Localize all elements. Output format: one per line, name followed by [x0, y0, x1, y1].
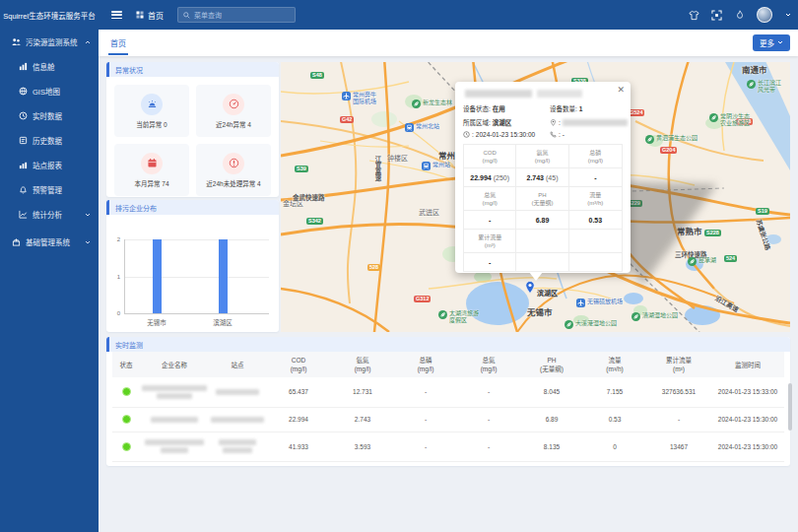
history-icon	[19, 136, 28, 145]
search-input[interactable]: 菜单查询	[177, 7, 296, 23]
map-poi-label: 太湖湾旅游度假区	[438, 310, 479, 323]
redacted-station	[216, 389, 259, 395]
map-shield-label: S342	[306, 218, 323, 225]
device-info-popup: ✕ 设备状态: 在用 设备数量: 1 所属区域: 滨湖区 : :2024-01-…	[455, 82, 631, 273]
sidebar-item-info[interactable]: 信息舱	[0, 54, 99, 79]
table-row[interactable]: 41.933 3.593 - - 8.135 0 13467 2024-01-2…	[112, 432, 784, 461]
hamburger-menu-icon[interactable]	[111, 11, 122, 19]
close-icon[interactable]: ✕	[617, 85, 625, 95]
map-shield-label: 524	[724, 255, 737, 262]
map-shield-label: S48	[310, 72, 324, 79]
col-totalflow: 累计流量(m³)	[646, 352, 711, 377]
stat-card-month[interactable]: 本月异常 74	[114, 144, 189, 196]
train-icon	[422, 162, 431, 170]
x-category: 滨湖区	[203, 317, 242, 327]
map-roadlabel-label: 金武快速路	[293, 192, 325, 202]
topbar: 首页 菜单查询	[99, 0, 798, 30]
clock-icon	[463, 131, 470, 138]
user-avatar[interactable]	[757, 7, 772, 23]
col-station: 站点	[209, 352, 266, 377]
fullscreen-icon[interactable]	[711, 10, 722, 21]
chevron-down-icon	[85, 210, 91, 219]
col-cod: COD(mg/l)	[266, 352, 331, 377]
sidebar-item-label: 预警管理	[33, 184, 62, 195]
leaf-icon	[747, 80, 756, 89]
report-icon	[19, 161, 28, 169]
realtime-monitor-panel: 实时监测 状态 企业名称 站点 COD(mg/l) 氨氮(mg/l) 总磷(mg…	[106, 337, 790, 466]
table-scrollbar[interactable]	[788, 383, 792, 431]
abnormal-status-panel: 异常状况 当前异常 0 近24h异常 4 本月异常 74 近24h未处理异常 4	[106, 62, 279, 197]
sidebar-item-warning[interactable]: 预警管理	[0, 177, 99, 202]
sidebar-section-base[interactable]: 基础管理系统	[0, 230, 99, 254]
sidebar-item-gis[interactable]: GIS地图	[0, 79, 99, 103]
panel-title: 实时监测	[115, 340, 143, 350]
sidebar-item-label: GIS地图	[33, 86, 60, 97]
panel-header: 实时监测	[106, 337, 790, 352]
device-phone: -	[563, 131, 565, 138]
map-shield-label: 528	[367, 264, 380, 271]
tab-label: 首页	[110, 37, 126, 48]
search-icon	[183, 12, 190, 19]
sidebar-item-realtime[interactable]: 实时数据	[0, 103, 99, 128]
brand-logo: Squirrel生态环境云服务平台	[0, 0, 99, 30]
sidebar-item-report[interactable]: 站点报表	[0, 153, 99, 177]
map-poi-label: 长江滨江风光带	[747, 80, 781, 93]
panel-header: 异常状况	[106, 62, 279, 77]
tabbar: 首页 更多	[99, 30, 798, 56]
map-shield-label: S228	[704, 230, 721, 236]
leaf-icon	[438, 310, 447, 319]
redacted-company	[151, 417, 198, 423]
map-poi-label: 昆承湖	[688, 257, 716, 266]
stat-card-unhandled[interactable]: 近24h未处理异常 4	[196, 144, 271, 196]
stat-card-current[interactable]: 当前异常 0	[114, 85, 189, 137]
redacted-company	[145, 439, 204, 445]
panel-title: 排污企业分布	[115, 203, 157, 213]
chevron-down-icon	[777, 40, 783, 44]
grid-icon	[136, 11, 144, 19]
map-city-label: 常熟市	[677, 225, 702, 236]
col-ph: PH(无量纲)	[520, 352, 583, 377]
bar-chart: 2 1 0 无锡市 滨湖区	[106, 215, 279, 332]
sidebar-item-stats[interactable]: 统计分析	[0, 202, 99, 227]
map-shield-label: G312	[414, 296, 431, 302]
map-roadlabel-label: 江宜高速	[372, 156, 382, 181]
map-poi-label: 黄泗浦生态公园	[645, 135, 698, 144]
gauge-icon	[223, 94, 244, 115]
sidebar-section-pollution[interactable]: 污染源监测系统	[0, 30, 99, 54]
map-shield-label: G42	[340, 116, 354, 123]
phone-icon	[550, 131, 557, 138]
popup-tail	[529, 272, 543, 288]
leaf-icon	[688, 257, 697, 266]
sidebar: Squirrel生态环境云服务平台 污染源监测系统 信息舱 GIS地图 实时数据…	[0, 0, 99, 532]
map[interactable]: 常州市无锡市南通市常熟市金坛区钟楼区武进区三环快速路金武快速路沿江高速江宜高速苏…	[281, 62, 790, 332]
sidebar-item-history[interactable]: 历史数据	[0, 128, 99, 153]
map-city-label: 无锡市	[527, 305, 553, 317]
theme-skin-icon[interactable]	[689, 10, 699, 21]
redacted-station	[211, 417, 264, 423]
bar-binhu[interactable]	[219, 239, 228, 313]
chevron-down-icon[interactable]	[784, 10, 791, 21]
plane-icon	[576, 299, 585, 307]
flame-icon[interactable]	[734, 10, 745, 21]
redacted-company-name	[465, 90, 623, 98]
status-dot-normal	[122, 387, 131, 396]
info-chart-icon	[19, 62, 28, 71]
map-city-label: 南通市	[742, 63, 767, 75]
map-pin-label: 滨湖区	[537, 288, 558, 298]
chevron-up-icon	[85, 37, 91, 46]
more-button[interactable]: 更多	[753, 34, 790, 51]
leaf-icon	[645, 135, 654, 144]
col-nh3n: 氨氮(mg/l)	[331, 352, 394, 377]
map-poi-label: 漕湖湿地公园	[632, 312, 678, 321]
sidebar-item-label: 实时数据	[33, 110, 62, 121]
table-row[interactable]: 65.437 12.731 - - 8.045 7.155 327636.531…	[112, 377, 784, 407]
map-shield-label: S39	[295, 166, 308, 172]
table-row[interactable]: 22.994 2.743 - - 6.89 0.53 - 2024-01-23 …	[112, 407, 784, 432]
bar-wuxi[interactable]	[153, 239, 162, 313]
base-system-icon	[12, 237, 21, 246]
breadcrumb-home[interactable]: 首页	[136, 10, 164, 21]
redacted-station	[219, 439, 256, 445]
tab-home[interactable]: 首页	[110, 30, 126, 55]
stat-card-24h[interactable]: 近24h异常 4	[196, 85, 271, 137]
leaf-icon	[632, 312, 640, 321]
